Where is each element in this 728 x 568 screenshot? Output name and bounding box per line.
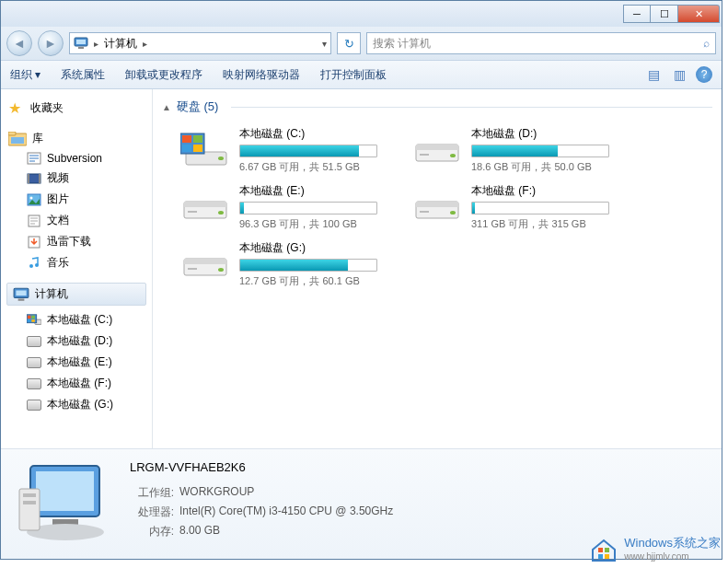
computer-large-icon bbox=[12, 457, 113, 549]
back-button[interactable]: ◄ bbox=[6, 30, 32, 56]
sidebar-item-label: 文档 bbox=[47, 213, 69, 228]
minimize-button[interactable]: ─ bbox=[623, 5, 651, 23]
disk-icon bbox=[27, 314, 41, 327]
drive-item[interactable]: 本地磁盘 (E:)96.3 GB 可用，共 100 GB bbox=[177, 180, 405, 235]
address-dropdown-icon[interactable]: ▾ bbox=[322, 39, 327, 49]
workgroup-label: 工作组: bbox=[130, 485, 174, 501]
collapse-arrow-icon: ▲ bbox=[162, 102, 171, 112]
map-network-drive-button[interactable]: 映射网络驱动器 bbox=[223, 67, 300, 83]
sidebar-item-document[interactable]: 文档 bbox=[25, 210, 148, 231]
drive-name: 本地磁盘 (C:) bbox=[239, 126, 401, 142]
system-properties-button[interactable]: 系统属性 bbox=[61, 67, 105, 83]
cpu-label: 处理器: bbox=[130, 504, 174, 520]
drive-item[interactable]: 本地磁盘 (F:)311 GB 可用，共 315 GB bbox=[409, 180, 637, 235]
nav-row: ◄ ► ▸ 计算机 ▸ ▾ ↻ 搜索 计算机 ⌕ bbox=[1, 27, 722, 60]
drive-free-text: 12.7 GB 可用，共 60.1 GB bbox=[239, 274, 401, 288]
close-button[interactable]: ✕ bbox=[678, 5, 720, 23]
svg-rect-47 bbox=[188, 268, 197, 270]
music-icon bbox=[27, 257, 41, 270]
uninstall-button[interactable]: 卸载或更改程序 bbox=[125, 67, 202, 83]
organize-button[interactable]: 组织 ▾ bbox=[10, 67, 40, 83]
sidebar-item-music[interactable]: 音乐 bbox=[25, 252, 148, 273]
picture-icon bbox=[27, 193, 41, 206]
sidebar-item-subversion[interactable]: Subversion bbox=[25, 149, 148, 168]
svg-rect-24 bbox=[31, 319, 35, 322]
maximize-button[interactable]: ☐ bbox=[651, 5, 678, 23]
pc-name: LRGM-VVFHAEB2K6 bbox=[130, 460, 393, 474]
svg-point-46 bbox=[218, 268, 224, 272]
disk-icon bbox=[27, 377, 41, 390]
sidebar-computer[interactable]: 计算机 bbox=[6, 283, 146, 306]
watermark-line2: www.bjjmlv.com bbox=[624, 551, 721, 562]
svg-rect-23 bbox=[28, 319, 31, 322]
svg-point-14 bbox=[29, 264, 33, 268]
svg-rect-35 bbox=[420, 154, 429, 156]
address-bar[interactable]: ▸ 计算机 ▸ ▾ bbox=[69, 32, 331, 54]
drive-icon bbox=[180, 189, 230, 226]
computer-icon bbox=[13, 287, 29, 302]
svg-rect-55 bbox=[598, 548, 603, 552]
svg-rect-5 bbox=[11, 137, 24, 144]
svg-point-15 bbox=[35, 263, 39, 267]
drive-icon bbox=[412, 132, 462, 168]
sidebar: ★ 收藏夹 库 Subversion视频图片文档迅雷下载音乐 计算机 本地磁盘 … bbox=[1, 89, 153, 448]
svg-rect-56 bbox=[605, 548, 609, 552]
svg-point-42 bbox=[450, 211, 456, 214]
svg-rect-4 bbox=[8, 132, 16, 135]
sidebar-libraries[interactable]: 库 bbox=[5, 128, 148, 149]
sidebar-disk-label: 本地磁盘 (E:) bbox=[47, 354, 112, 370]
watermark-line1: Windows系统之家 bbox=[624, 535, 721, 551]
svg-rect-21 bbox=[28, 315, 31, 319]
svg-rect-43 bbox=[420, 211, 429, 213]
svg-rect-57 bbox=[598, 554, 603, 559]
cpu-value: Intel(R) Core(TM) i3-4150 CPU @ 3.50GHz bbox=[179, 504, 393, 520]
drive-capacity-bar bbox=[471, 202, 609, 214]
sidebar-item-download[interactable]: 迅雷下载 bbox=[25, 231, 148, 252]
sidebar-disk-item[interactable]: 本地磁盘 (G:) bbox=[25, 394, 148, 415]
svg-rect-39 bbox=[188, 211, 197, 213]
svg-rect-31 bbox=[193, 145, 202, 152]
drive-capacity-bar bbox=[239, 202, 377, 214]
svg-rect-33 bbox=[416, 145, 458, 150]
sidebar-item-video[interactable]: 视频 bbox=[25, 168, 148, 189]
sidebar-item-label: 视频 bbox=[47, 170, 69, 186]
help-button[interactable]: ? bbox=[696, 66, 712, 83]
refresh-button[interactable]: ↻ bbox=[337, 32, 361, 54]
breadcrumb-computer[interactable]: 计算机 bbox=[104, 36, 137, 52]
drive-item[interactable]: 本地磁盘 (D:)18.6 GB 可用，共 50.0 GB bbox=[409, 122, 637, 178]
drive-name: 本地磁盘 (D:) bbox=[471, 126, 633, 142]
preview-pane-icon[interactable]: ▥ bbox=[670, 66, 688, 83]
svg-rect-30 bbox=[182, 145, 191, 152]
search-input[interactable]: 搜索 计算机 ⌕ bbox=[366, 32, 716, 54]
sidebar-disk-item[interactable]: 本地磁盘 (F:) bbox=[25, 373, 148, 394]
sidebar-item-label: Subversion bbox=[47, 152, 102, 165]
svg-rect-17 bbox=[16, 290, 26, 296]
view-mode-icon[interactable]: ▤ bbox=[644, 66, 663, 83]
sidebar-item-label: 迅雷下载 bbox=[47, 234, 91, 249]
drive-icon bbox=[180, 132, 230, 168]
drive-capacity-bar bbox=[239, 259, 377, 272]
svg-rect-18 bbox=[18, 298, 25, 300]
drive-capacity-bar bbox=[239, 145, 377, 157]
sidebar-item-picture[interactable]: 图片 bbox=[25, 189, 148, 210]
drive-name: 本地磁盘 (F:) bbox=[471, 183, 633, 199]
sidebar-disk-item[interactable]: 本地磁盘 (E:) bbox=[25, 352, 148, 373]
disk-icon bbox=[27, 335, 41, 348]
control-panel-button[interactable]: 打开控制面板 bbox=[320, 67, 387, 83]
drive-free-text: 18.6 GB 可用，共 50.0 GB bbox=[471, 160, 633, 174]
sidebar-favorites[interactable]: ★ 收藏夹 bbox=[5, 97, 148, 119]
svg-rect-28 bbox=[182, 135, 191, 143]
sidebar-disk-label: 本地磁盘 (D:) bbox=[47, 333, 112, 349]
titlebar: ─ ☐ ✕ bbox=[1, 1, 722, 27]
svg-rect-54 bbox=[23, 501, 36, 504]
forward-button[interactable]: ► bbox=[38, 30, 64, 56]
sidebar-disk-item[interactable]: 本地磁盘 (C:) bbox=[25, 309, 148, 330]
drives-group-header[interactable]: ▲ 硬盘 (5) bbox=[162, 95, 712, 119]
drive-item[interactable]: 本地磁盘 (C:)6.67 GB 可用，共 51.5 GB bbox=[177, 122, 405, 178]
sidebar-disk-item[interactable]: 本地磁盘 (D:) bbox=[25, 330, 148, 352]
drive-item[interactable]: 本地磁盘 (G:)12.7 GB 可用，共 60.1 GB bbox=[177, 237, 405, 292]
search-icon: ⌕ bbox=[703, 37, 710, 50]
svg-rect-2 bbox=[78, 47, 84, 49]
watermark-logo-icon bbox=[589, 533, 618, 562]
sidebar-favorites-label: 收藏夹 bbox=[30, 100, 64, 116]
